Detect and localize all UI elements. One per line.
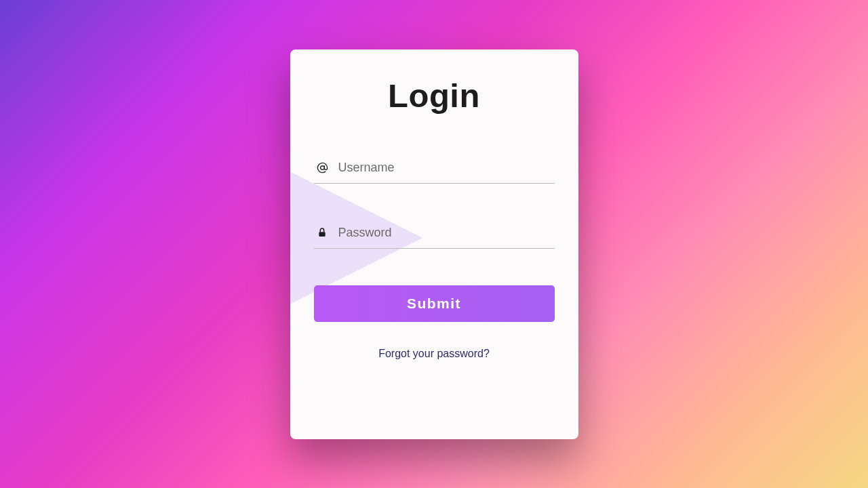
- username-input[interactable]: [338, 161, 552, 175]
- username-field-wrapper: [314, 154, 555, 184]
- submit-button[interactable]: Submit: [314, 285, 555, 322]
- lock-icon: [317, 227, 330, 238]
- password-field-wrapper: [314, 219, 555, 249]
- svg-point-0: [320, 165, 324, 169]
- login-card: Login Submit Forgot your password?: [290, 49, 578, 439]
- forgot-password-link[interactable]: Forgot your password?: [378, 348, 490, 360]
- password-input[interactable]: [338, 226, 552, 240]
- at-icon: [317, 162, 330, 174]
- svg-rect-1: [319, 232, 325, 237]
- login-title: Login: [388, 77, 480, 115]
